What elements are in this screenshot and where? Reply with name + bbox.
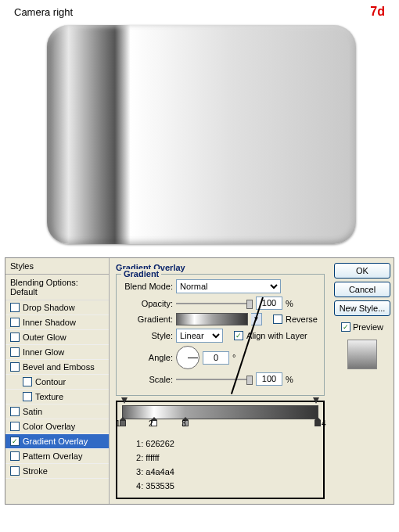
color-stop-1[interactable] (120, 420, 126, 428)
stop-number: 3 (182, 419, 186, 428)
cancel-button[interactable]: Cancel (334, 282, 390, 297)
style-checkbox[interactable] (23, 377, 32, 386)
step-badge: 7d (370, 5, 385, 19)
right-panel: OK Cancel New Style... Preview (331, 258, 394, 504)
reverse-checkbox[interactable] (273, 315, 282, 324)
style-label: Color Overlay (23, 422, 75, 431)
style-select[interactable]: Linear (176, 329, 223, 343)
opacity-slider[interactable] (176, 297, 253, 310)
style-label: Stroke (23, 466, 48, 476)
layer-style-dialog: Styles Blending Options: Default Drop Sh… (5, 257, 394, 505)
style-item-gradient-overlay[interactable]: Gradient Overlay (5, 434, 109, 449)
style-label: Inner Glow (23, 347, 64, 357)
styles-heading: Styles (5, 258, 109, 275)
style-label: Outer Glow (23, 332, 66, 342)
style-item-inner-shadow[interactable]: Inner Shadow (5, 315, 109, 330)
style-checkbox[interactable] (10, 407, 20, 416)
style-item-color-overlay[interactable]: Color Overlay (5, 419, 109, 434)
style-label: Gradient Overlay (23, 437, 88, 446)
style-label: Drop Shadow (23, 303, 75, 312)
style-checkbox[interactable] (10, 422, 20, 431)
stop-entry: 3: a4a4a4 (136, 465, 318, 479)
scale-input[interactable]: 100 (256, 372, 282, 386)
style-checkbox[interactable] (10, 332, 20, 342)
opacity-stop-left[interactable] (121, 397, 128, 405)
style-label: Contour (35, 377, 66, 386)
color-stop-4[interactable] (315, 420, 321, 428)
opacity-stop-right[interactable] (313, 397, 319, 405)
settings-panel: Gradient Overlay Gradient Blend Mode: No… (110, 258, 331, 504)
opacity-label: Opacity: (123, 299, 173, 308)
preview-swatch (347, 340, 377, 369)
style-item-stroke[interactable]: Stroke (5, 464, 109, 479)
style-checkbox[interactable] (10, 466, 20, 476)
style-checkbox[interactable] (10, 318, 20, 327)
blend-mode-label: Blend Mode: (123, 282, 173, 291)
ok-button[interactable]: OK (334, 263, 390, 279)
angle-label: Angle: (123, 353, 173, 362)
style-checkbox[interactable] (10, 437, 20, 446)
preview-area: Camera right 7d (0, 0, 399, 254)
style-item-outer-glow[interactable]: Outer Glow (5, 330, 109, 345)
scale-label: Scale: (123, 375, 173, 384)
opacity-unit: % (286, 299, 293, 308)
style-label: Bevel and Emboss (23, 362, 95, 372)
page-title: Camera right (14, 6, 73, 18)
angle-input[interactable]: 0 (203, 351, 229, 365)
style-label: Inner Shadow (23, 318, 76, 327)
style-label: Pattern Overlay (23, 451, 82, 461)
style-checkbox[interactable] (10, 362, 20, 372)
style-item-satin[interactable]: Satin (5, 404, 109, 419)
camera-body-preview (47, 25, 356, 244)
align-checkbox[interactable] (234, 331, 243, 340)
style-item-drop-shadow[interactable]: Drop Shadow (5, 300, 109, 315)
style-checkbox[interactable] (10, 303, 20, 312)
gradient-group: Gradient Blend Mode: Normal Opacity: 100… (116, 274, 325, 396)
blending-options-default[interactable]: Blending Options: Default (5, 275, 109, 300)
align-label: Align with Layer (246, 331, 307, 340)
style-checkbox[interactable] (10, 347, 20, 357)
angle-unit: ° (232, 353, 235, 362)
style-item-pattern-overlay[interactable]: Pattern Overlay (5, 449, 109, 464)
style-label: Texture (35, 392, 63, 401)
angle-dial[interactable] (176, 346, 200, 369)
style-item-contour[interactable]: Contour (5, 375, 109, 390)
gradient-swatch[interactable] (176, 313, 248, 325)
preview-label: Preview (353, 322, 383, 332)
style-label: Satin (23, 407, 42, 416)
style-item-texture[interactable]: Texture (5, 390, 109, 404)
style-checkbox[interactable] (10, 451, 20, 461)
style-label: Style: (123, 331, 173, 340)
stop-number: 1 (116, 419, 120, 428)
gradient-bar[interactable] (122, 405, 318, 419)
stop-entry: 2: ffffff (136, 451, 318, 465)
gradient-label: Gradient: (123, 315, 173, 324)
stop-color-list: 1: 6262622: ffffff3: a4a4a44: 353535 (136, 437, 318, 493)
stop-entry: 1: 626262 (136, 437, 318, 451)
preview-checkbox[interactable] (341, 322, 350, 332)
style-item-inner-glow[interactable]: Inner Glow (5, 345, 109, 360)
gradient-legend: Gradient (121, 269, 161, 279)
stop-number: 4 (322, 419, 326, 428)
styles-panel: Styles Blending Options: Default Drop Sh… (5, 258, 110, 504)
gradient-editor-callout: 1234 1: 6262622: ffffff3: a4a4a44: 35353… (116, 401, 325, 499)
stop-entry: 4: 353535 (136, 479, 318, 493)
reverse-label: Reverse (286, 315, 318, 324)
style-checkbox[interactable] (23, 392, 32, 401)
style-item-bevel-and-emboss[interactable]: Bevel and Emboss (5, 360, 109, 375)
blend-mode-select[interactable]: Normal (176, 279, 281, 293)
scale-slider[interactable] (176, 373, 253, 386)
new-style-button[interactable]: New Style... (334, 300, 390, 316)
scale-unit: % (286, 375, 293, 384)
stop-number: 2 (149, 419, 153, 428)
